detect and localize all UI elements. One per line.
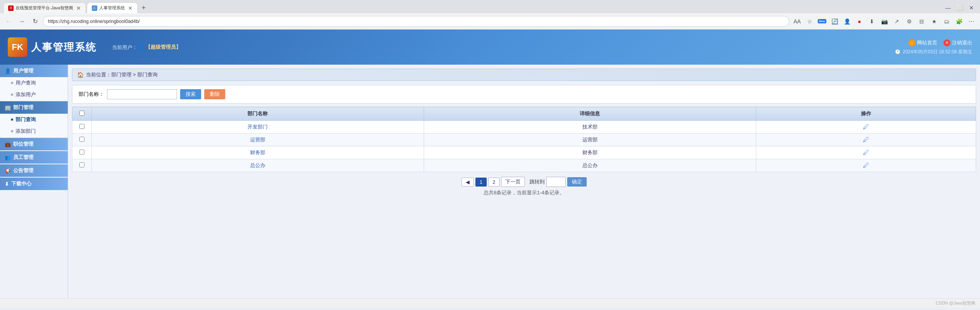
refresh-button[interactable]: ↻ (30, 16, 40, 27)
pagination-area: ◀ 1 2 下一页 跳转到 确定 总共8条记录，当前显示1-4条记录。 (72, 172, 976, 201)
browser-tab-2[interactable]: 人 人事管理系统 ✕ (87, 2, 138, 13)
user-section-label: 用户管理 (13, 67, 33, 74)
minimize-button[interactable]: — (943, 2, 954, 13)
sidebar-section-position-title[interactable]: 💼 职位管理 (0, 138, 68, 150)
row3-detail: 财务部 (424, 146, 756, 159)
search-input[interactable] (107, 89, 177, 99)
send-icon[interactable]: ↗ (891, 16, 902, 27)
logout-link[interactable]: ✕ 注销退出 (943, 39, 972, 46)
sidebar-item-user-query[interactable]: 用户查询 (0, 77, 68, 89)
row4-detail: 总公办 (424, 159, 756, 172)
row3-checkbox[interactable] (79, 150, 84, 155)
row1-detail: 技术部 (424, 121, 756, 134)
sidebar-section-dept-title[interactable]: 🏢 部门管理 (0, 101, 68, 114)
row1-checkbox[interactable] (79, 124, 84, 129)
page-1-button[interactable]: 1 (475, 178, 487, 187)
row1-action: 🖊 (756, 121, 976, 134)
current-user-label: 当前用户： (112, 44, 137, 50)
table-header-dept-name: 部门名称 (92, 107, 424, 121)
user-icon-area: 👤 【超级管理员】 (137, 44, 181, 51)
sidebar-section-download-title[interactable]: ⬇ 下载中心 (0, 178, 68, 190)
app-title: 人事管理系统 (31, 41, 96, 54)
translate-icon[interactable]: A⁠A (792, 16, 803, 27)
home-link-label: 网站首页 (917, 39, 937, 46)
row4-checkbox[interactable] (79, 162, 84, 167)
split-icon[interactable]: ⊟ (916, 16, 927, 27)
table-header-checkbox (72, 107, 92, 121)
sidebar-section-user: 👤 用户管理 用户查询 添加用户 (0, 65, 68, 100)
row1-action-icon[interactable]: 🖊 (863, 123, 869, 130)
tab2-close[interactable]: ✕ (128, 5, 133, 11)
row3-action-icon[interactable]: 🖊 (863, 149, 869, 156)
user-query-dot (11, 82, 13, 84)
row2-checkbox[interactable] (79, 137, 84, 142)
confirm-jump-button[interactable]: 确定 (567, 177, 587, 187)
user-section-items: 用户查询 添加用户 (0, 77, 68, 100)
dept-query-label: 部门查询 (16, 116, 36, 123)
new-badge: New (818, 19, 826, 23)
row2-action: 🖊 (756, 134, 976, 146)
pagination-info: 总共8条记录，当前显示1-4条记录。 (77, 189, 971, 196)
sidebar-item-add-dept[interactable]: 添加部门 (0, 125, 68, 137)
camera-icon[interactable]: 📷 (879, 16, 890, 27)
breadcrumb-text: 当前位置：部门管理 > 部门查询 (86, 71, 158, 78)
row2-dept-link[interactable]: 运营部 (250, 137, 265, 143)
next-page-button[interactable]: 下一页 (501, 177, 525, 187)
add-dept-dot (11, 130, 13, 132)
settings-icon[interactable]: ⚙ (904, 16, 915, 27)
forward-button[interactable]: → (16, 16, 27, 27)
sidebar-section-download: ⬇ 下载中心 (0, 178, 68, 190)
more-icon[interactable]: ⋯ (966, 16, 977, 27)
row4-action-icon[interactable]: 🖊 (863, 162, 869, 169)
dept-section-icon: 🏢 (5, 105, 11, 111)
page-2-button[interactable]: 2 (488, 178, 500, 187)
sidebar-section-employee-title[interactable]: 👥 员工管理 (0, 151, 68, 164)
new-tab-button[interactable]: + (138, 2, 149, 13)
download-icon[interactable]: ⬇ (866, 16, 877, 27)
search-button[interactable]: 搜索 (180, 89, 201, 99)
header-right: ⌂ 网站首页 ✕ 注销退出 🕐 2024年05月03日 18:52:08 星期五 (895, 39, 972, 55)
favorites-icon[interactable]: ★ (929, 16, 940, 27)
dept-section-items: 部门查询 添加部门 (0, 114, 68, 137)
new-badge-btn[interactable]: New (817, 16, 827, 27)
data-table: 部门名称 详细信息 操作 开发部门 技术部 🖊 (72, 107, 976, 172)
row4-dept-link[interactable]: 总公办 (250, 162, 265, 168)
tab1-close[interactable]: ✕ (76, 5, 81, 11)
sidebar-item-dept-query[interactable]: 部门查询 (0, 114, 68, 125)
row3-dept-name: 财务部 (92, 146, 424, 159)
refresh-icon2[interactable]: 🔄 (829, 16, 840, 27)
edge-icon[interactable]: ● (854, 16, 865, 27)
datetime-value: 2024年05月03日 18:52:08 星期五 (903, 49, 972, 55)
app-body: 👤 用户管理 用户查询 添加用户 🏢 部门管理 (0, 65, 980, 298)
row2-checkbox-cell (72, 134, 92, 146)
star-icon[interactable]: ☆ (804, 16, 815, 27)
sidebar-item-add-user[interactable]: 添加用户 (0, 89, 68, 100)
row2-action-icon[interactable]: 🖊 (863, 136, 869, 143)
delete-button[interactable]: 删除 (204, 89, 225, 99)
home-link[interactable]: ⌂ 网站首页 (908, 39, 937, 46)
prev-page-button[interactable]: ◀ (461, 178, 474, 187)
select-all-checkbox[interactable] (79, 111, 84, 116)
tab2-label: 人事管理系统 (99, 5, 125, 11)
profile-icon[interactable]: 👤 (842, 16, 852, 27)
sidebar-section-user-title[interactable]: 👤 用户管理 (0, 65, 68, 77)
table-row: 财务部 财务部 🖊 (72, 146, 976, 159)
position-section-icon: 💼 (5, 141, 11, 147)
extensions-icon[interactable]: 🧩 (954, 16, 964, 27)
close-window-button[interactable]: ✕ (966, 2, 977, 13)
browser-tab-1[interactable]: 在 在线预览管理平台-Java智慧阁 ✕ (3, 2, 86, 13)
user-query-label: 用户查询 (16, 79, 36, 86)
table-row: 总公办 总公办 🖊 (72, 159, 976, 172)
tab1-label: 在线预览管理平台-Java智慧阁 (16, 5, 73, 11)
collections-icon[interactable]: 🗂 (941, 16, 952, 27)
address-bar[interactable] (43, 16, 789, 27)
row3-dept-link[interactable]: 财务部 (250, 150, 265, 155)
sidebar-section-announcement-title[interactable]: 📢 公告管理 (0, 164, 68, 177)
row1-dept-link[interactable]: 开发部门 (247, 124, 268, 130)
back-button[interactable]: ← (3, 16, 14, 27)
row4-action: 🖊 (756, 159, 976, 172)
add-user-dot (11, 93, 13, 96)
table-body: 开发部门 技术部 🖊 运营部 运营部 🖊 (72, 121, 976, 172)
maximize-button[interactable]: ⬜ (954, 2, 965, 13)
page-jump-input[interactable] (546, 177, 566, 187)
